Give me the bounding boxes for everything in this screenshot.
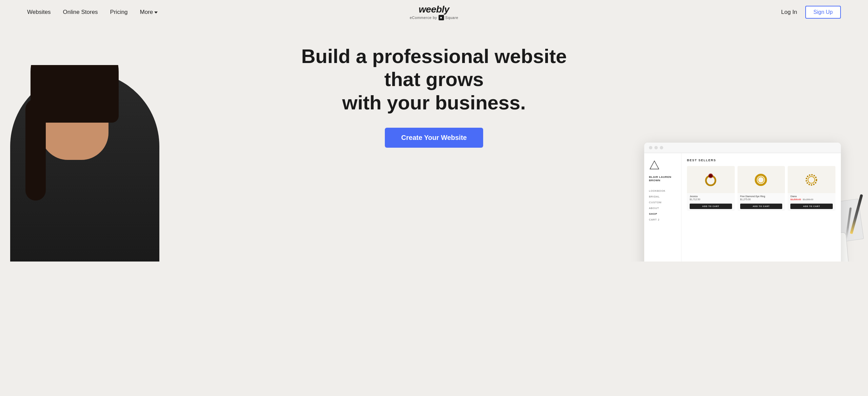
product-info-diamond: Fine Diamond Eye Ring $1,275.00 ADD TO C… <box>737 193 785 211</box>
ring-icon-diamond <box>752 170 770 189</box>
store-main: BEST SELLERS Jessica <box>682 153 841 262</box>
product-image-diamond <box>737 166 785 193</box>
product-card-diana: Diana $1,500.00 $2,299.00 ADD TO CART <box>788 166 835 211</box>
svg-point-5 <box>758 177 764 183</box>
store-nav-bridal[interactable]: BRIDAL <box>649 195 676 198</box>
store-brand-name: BLAIR LAUREN BROWN <box>649 175 676 183</box>
titlebar-dot-1 <box>649 146 652 149</box>
product-price-jessica: $1,712.50 <box>690 198 732 201</box>
svg-point-3 <box>709 174 712 178</box>
site-logo: weebly eCommerce by ■ Square <box>410 4 458 20</box>
product-price-diana: $1,500.00 $2,299.00 <box>790 198 833 201</box>
product-card-jessica: Jessica $1,712.50 ADD TO CART <box>687 166 735 211</box>
product-price-orig-diana: $2,299.00 <box>803 198 813 201</box>
store-screenshot: BLAIR LAUREN BROWN LOOKBOOK BRIDAL CUSTO… <box>644 143 841 262</box>
product-price-diamond: $1,275.00 <box>740 198 783 201</box>
ring-icon-diana <box>802 170 821 189</box>
hero-person-illustration <box>0 65 170 262</box>
store-nav-cart[interactable]: CART 2 <box>649 218 676 221</box>
svg-point-7 <box>808 176 815 183</box>
nav-right: Log In Sign Up <box>781 6 841 19</box>
square-badge: ■ <box>438 15 444 20</box>
login-button[interactable]: Log In <box>781 9 797 16</box>
product-image-jessica <box>687 166 735 193</box>
store-section-title: BEST SELLERS <box>687 159 835 162</box>
titlebar-dot-3 <box>660 146 663 149</box>
nav-left: Websites Online Stores Pricing More <box>27 9 158 16</box>
nav-more[interactable]: More <box>140 9 158 16</box>
hero-headline: Build a professional website that grows … <box>295 45 573 114</box>
store-body: BLAIR LAUREN BROWN LOOKBOOK BRIDAL CUSTO… <box>644 153 841 262</box>
store-nav-lookbook[interactable]: LOOKBOOK <box>649 189 676 192</box>
product-card-diamond: Fine Diamond Eye Ring $1,275.00 ADD TO C… <box>737 166 785 211</box>
product-info-diana: Diana $1,500.00 $2,299.00 ADD TO CART <box>788 193 835 211</box>
nav-websites[interactable]: Websites <box>27 9 51 16</box>
person-hair-side <box>25 99 46 201</box>
product-price-sale-diana: $1,500.00 <box>790 198 801 201</box>
store-titlebar <box>644 143 841 153</box>
store-sidebar: BLAIR LAUREN BROWN LOOKBOOK BRIDAL CUSTO… <box>644 153 682 262</box>
tagline: eCommerce by ■ Square <box>410 15 458 20</box>
svg-marker-0 <box>650 161 659 169</box>
hero-section: Build a professional website that grows … <box>0 24 868 262</box>
add-to-cart-diana[interactable]: ADD TO CART <box>790 204 833 209</box>
store-nav-about[interactable]: ABOUT <box>649 207 676 210</box>
svg-point-4 <box>756 175 766 185</box>
store-brand-logo <box>649 160 660 171</box>
store-nav-shop[interactable]: SHOP <box>649 212 676 215</box>
create-website-button[interactable]: Create Your Website <box>385 128 483 148</box>
ring-icon-jessica <box>702 170 720 189</box>
product-name-diamond: Fine Diamond Eye Ring <box>740 195 783 197</box>
nav-online-stores[interactable]: Online Stores <box>63 9 98 16</box>
add-to-cart-diamond[interactable]: ADD TO CART <box>740 204 783 209</box>
add-to-cart-jessica[interactable]: ADD TO CART <box>690 204 732 209</box>
wordmark: weebly <box>410 4 458 15</box>
navbar: Websites Online Stores Pricing More weeb… <box>0 0 868 24</box>
product-image-diana <box>788 166 835 193</box>
chevron-down-icon <box>154 12 158 14</box>
product-grid: Jessica $1,712.50 ADD TO CART <box>687 166 835 211</box>
product-name-jessica: Jessica <box>690 195 732 197</box>
nav-pricing[interactable]: Pricing <box>110 9 128 16</box>
store-nav-custom[interactable]: CUSTOM <box>649 201 676 204</box>
product-name-diana: Diana <box>790 195 833 197</box>
titlebar-dot-2 <box>654 146 658 149</box>
product-info-jessica: Jessica $1,712.50 ADD TO CART <box>687 193 735 211</box>
signup-button[interactable]: Sign Up <box>805 6 841 19</box>
